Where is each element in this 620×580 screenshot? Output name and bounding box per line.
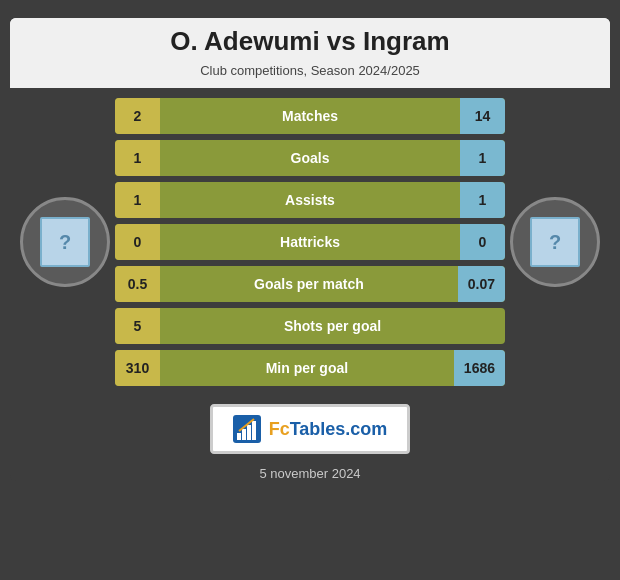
stat-row: 0Hattricks0 [115, 224, 505, 260]
svg-rect-1 [237, 433, 241, 440]
stat-left-value: 5 [115, 308, 160, 344]
left-avatar-icon: ? [59, 231, 71, 254]
left-avatar-placeholder: ? [40, 217, 90, 267]
header-area: O. Adewumi vs Ingram Club competitions, … [10, 18, 610, 88]
page-title: O. Adewumi vs Ingram [10, 18, 610, 61]
stat-row: 2Matches14 [115, 98, 505, 134]
stat-label: Matches [160, 108, 460, 124]
date-text: 5 november 2024 [259, 466, 360, 481]
stat-left-value: 0.5 [115, 266, 160, 302]
stat-label: Goals [160, 150, 460, 166]
stat-right-value: 1 [460, 140, 505, 176]
stats-container: 2Matches141Goals11Assists10Hattricks00.5… [110, 98, 510, 386]
stat-label: Goals per match [160, 276, 458, 292]
stat-left-value: 2 [115, 98, 160, 134]
page-subtitle: Club competitions, Season 2024/2025 [10, 61, 610, 88]
stat-label: Min per goal [160, 360, 454, 376]
stat-left-value: 1 [115, 140, 160, 176]
stat-label: Assists [160, 192, 460, 208]
logo-icon [233, 415, 261, 443]
right-avatar-icon: ? [549, 231, 561, 254]
right-avatar-placeholder: ? [530, 217, 580, 267]
stat-right-value: 0.07 [458, 266, 505, 302]
svg-rect-3 [247, 425, 251, 440]
stat-right-value: 1686 [454, 350, 505, 386]
logo-area: FcTables.com [210, 404, 411, 454]
main-wrapper: O. Adewumi vs Ingram Club competitions, … [10, 18, 610, 481]
logo-text: FcTables.com [269, 419, 388, 440]
players-row: ? 2Matches141Goals11Assists10Hattricks00… [10, 98, 610, 386]
right-player-avatar: ? [510, 197, 600, 287]
stat-label: Shots per goal [160, 318, 505, 334]
stat-label: Hattricks [160, 234, 460, 250]
stat-row: 0.5Goals per match0.07 [115, 266, 505, 302]
stat-row: 1Assists1 [115, 182, 505, 218]
left-player-avatar: ? [20, 197, 110, 287]
stat-row: 1Goals1 [115, 140, 505, 176]
stat-right-value: 14 [460, 98, 505, 134]
stat-left-value: 0 [115, 224, 160, 260]
stat-right-value: 0 [460, 224, 505, 260]
stat-row: 5Shots per goal [115, 308, 505, 344]
stat-left-value: 310 [115, 350, 160, 386]
svg-rect-2 [242, 429, 246, 440]
stat-row: 310Min per goal1686 [115, 350, 505, 386]
page-container: O. Adewumi vs Ingram Club competitions, … [0, 0, 620, 580]
stat-left-value: 1 [115, 182, 160, 218]
stat-right-value: 1 [460, 182, 505, 218]
content-area: ? 2Matches141Goals11Assists10Hattricks00… [10, 88, 610, 481]
svg-rect-4 [252, 421, 256, 440]
